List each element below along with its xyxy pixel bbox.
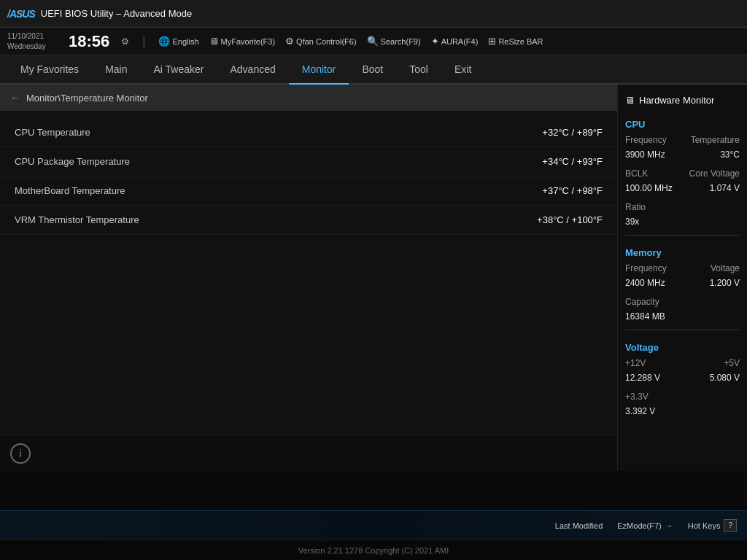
cpu-freq-label: Frequency [625, 135, 667, 145]
mem-freq-label: Frequency [625, 263, 667, 273]
nav-monitor[interactable]: Monitor [289, 55, 349, 85]
mem-freq-value-row: 2400 MHz 1.200 V [618, 276, 747, 290]
content-area: ← Monitor\Temperature Monitor CPU Temper… [0, 85, 617, 471]
asus-logo: /ASUS [7, 8, 35, 20]
cpu-ratio-row: Ratio [618, 200, 747, 214]
v33-value: 3.392 V [625, 406, 655, 416]
settings-icon[interactable]: ⚙ [121, 36, 129, 47]
table-row[interactable]: MotherBoard Temperature +37°C / +98°F [0, 176, 617, 206]
table-row[interactable]: CPU Package Temperature +34°C / +93°F [0, 147, 617, 176]
search-icon: 🔍 [367, 36, 379, 47]
bios-header: /ASUS UEFI BIOS Utility – Advanced Mode [0, 0, 747, 28]
voltage-section-title: Voltage [618, 336, 747, 356]
cpu-section-title: CPU [618, 113, 747, 133]
date-display: 11/10/2021 [7, 32, 44, 40]
main-nav: My Favorites Main Ai Tweaker Advanced Mo… [0, 55, 747, 85]
ratio-value: 39x [625, 217, 639, 227]
breadcrumb: ← Monitor\Temperature Monitor [0, 85, 617, 111]
mem-voltage-value: 1.200 V [710, 278, 740, 288]
table-row[interactable]: VRM Thermistor Temperature +38°C / +100°… [0, 206, 617, 235]
bios-title: UEFI BIOS Utility – Advanced Mode [41, 8, 192, 19]
sidebar-header: 🖥 Hardware Monitor [618, 90, 747, 113]
nav-boot[interactable]: Boot [349, 55, 396, 83]
cpu-ratio-value-row: 39x [618, 214, 747, 229]
v12-value-row: 12.288 V 5.080 V [618, 370, 747, 385]
monitor-icon: 🖥 [209, 36, 219, 47]
sidebar-title: Hardware Monitor [639, 95, 714, 106]
breadcrumb-path: Monitor\Temperature Monitor [26, 93, 148, 104]
nav-tool[interactable]: Tool [396, 55, 441, 83]
cpu-temp-value-side: 33°C [720, 149, 740, 160]
mb-temp-label: MotherBoard Temperature [15, 185, 486, 196]
cpu-frequency-row: Frequency Temperature [618, 133, 747, 147]
v5-label: +5V [724, 358, 740, 368]
myfavorite-button[interactable]: 🖥 MyFavorite(F3) [209, 36, 276, 47]
hotkeys-button[interactable]: Hot Keys ? [688, 519, 737, 532]
nav-exit[interactable]: Exit [441, 55, 484, 83]
sidebar-divider-1 [625, 235, 740, 236]
mb-temp-value: +37°C / +98°F [486, 185, 603, 196]
nav-my-favorites[interactable]: My Favorites [7, 55, 92, 83]
vrm-temp-value: +38°C / +100°F [486, 214, 603, 225]
mem-freq-value: 2400 MHz [625, 278, 665, 288]
mem-capacity-value: 16384 MB [625, 311, 665, 322]
fan-icon: ⚙ [285, 36, 294, 47]
ratio-label: Ratio [625, 202, 646, 212]
v33-row: +3.3V [618, 389, 747, 404]
mem-voltage-label: Voltage [711, 263, 740, 273]
mem-freq-row: Frequency Voltage [618, 261, 747, 276]
language-selector[interactable]: 🌐 English [158, 36, 198, 47]
cpu-bclk-row: BCLK Core Voltage [618, 166, 747, 181]
footer: Last Modified EzMode(F7) → Hot Keys ? Ve… [0, 510, 747, 560]
v5-value: 5.080 V [710, 373, 740, 383]
core-voltage-label: Core Voltage [689, 168, 740, 179]
cpu-temp-label-side: Temperature [691, 135, 740, 145]
v12-label: +12V [625, 358, 646, 368]
cpu-bclk-value-row: 100.00 MHz 1.074 V [618, 181, 747, 195]
cpu-pkg-temp-label: CPU Package Temperature [15, 156, 486, 167]
mem-capacity-value-row: 16384 MB [618, 309, 747, 324]
hardware-monitor-sidebar: 🖥 Hardware Monitor CPU Frequency Tempera… [617, 85, 747, 471]
datetime-display: 11/10/2021 Wednesday [7, 31, 58, 50]
last-modified-button[interactable]: Last Modified [555, 521, 603, 530]
v33-value-row: 3.392 V [618, 404, 747, 419]
v12-value: 12.288 V [625, 373, 660, 383]
cpu-frequency-value-row: 3900 MHz 33°C [618, 147, 747, 162]
footer-toolbar: Last Modified EzMode(F7) → Hot Keys ? [0, 510, 747, 540]
info-icon: i [10, 443, 31, 464]
temperature-table: CPU Temperature +32°C / +89°F CPU Packag… [0, 111, 617, 435]
monitor-icon: 🖥 [625, 95, 635, 106]
cpu-temp-value: +32°C / +89°F [486, 127, 603, 138]
day-display: Wednesday [7, 42, 46, 50]
sidebar-divider-2 [625, 330, 740, 330]
core-voltage-value: 1.074 V [710, 183, 740, 193]
globe-icon: 🌐 [158, 36, 170, 47]
aura-button[interactable]: ✦ AURA(F4) [431, 36, 479, 47]
ezmode-button[interactable]: EzMode(F7) → [617, 521, 673, 530]
version-text: Version 2.21.1278 Copyright (C) 2021 AMI [298, 546, 449, 555]
cpu-temp-label: CPU Temperature [15, 127, 486, 138]
time-display: 18:56 [69, 32, 109, 51]
hotkeys-box: ? [724, 519, 737, 532]
back-arrow[interactable]: ← [10, 92, 20, 104]
mem-capacity-label: Capacity [625, 297, 659, 307]
toolbar-sep1: | [142, 35, 145, 48]
resize-icon: ⊞ [488, 36, 496, 47]
cpu-freq-value: 3900 MHz [625, 149, 665, 160]
v33-label: +3.3V [625, 392, 649, 402]
nav-main[interactable]: Main [92, 55, 140, 83]
toolbar: 11/10/2021 Wednesday 18:56 ⚙ | 🌐 English… [0, 28, 747, 55]
resize-bar-button[interactable]: ⊞ ReSize BAR [488, 36, 543, 47]
qfan-button[interactable]: ⚙ Qfan Control(F6) [285, 36, 357, 47]
table-row[interactable]: CPU Temperature +32°C / +89°F [0, 118, 617, 147]
nav-advanced[interactable]: Advanced [217, 55, 288, 83]
main-layout: ← Monitor\Temperature Monitor CPU Temper… [0, 85, 747, 471]
footer-version-bar: Version 2.21.1278 Copyright (C) 2021 AMI [0, 540, 747, 560]
search-button[interactable]: 🔍 Search(F9) [367, 36, 421, 47]
ezmode-arrow-icon: → [665, 521, 673, 530]
vrm-temp-label: VRM Thermistor Temperature [15, 214, 486, 225]
mem-capacity-row: Capacity [618, 295, 747, 309]
v12-row: +12V +5V [618, 356, 747, 370]
bclk-value: 100.00 MHz [625, 183, 673, 193]
nav-ai-tweaker[interactable]: Ai Tweaker [140, 55, 217, 83]
